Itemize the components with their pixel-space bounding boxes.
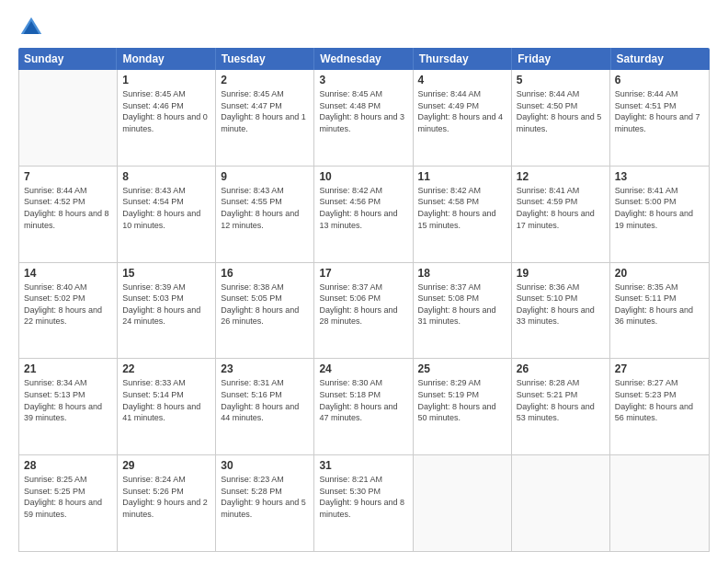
header-cell-tuesday: Tuesday <box>216 48 314 70</box>
day-number: 28 <box>24 459 112 472</box>
calendar-day-empty <box>512 455 610 551</box>
calendar-day-16: 16Sunrise: 8:38 AMSunset: 5:05 PMDayligh… <box>216 263 314 359</box>
day-number: 31 <box>319 459 407 472</box>
day-number: 18 <box>418 267 506 280</box>
calendar-week-1: 1Sunrise: 8:45 AMSunset: 4:46 PMDaylight… <box>19 70 709 167</box>
calendar-day-7: 7Sunrise: 8:44 AMSunset: 4:52 PMDaylight… <box>19 167 118 262</box>
calendar-day-19: 19Sunrise: 8:36 AMSunset: 5:10 PMDayligh… <box>512 263 610 359</box>
header-cell-saturday: Saturday <box>611 48 710 70</box>
day-info: Sunrise: 8:36 AMSunset: 5:10 PMDaylight:… <box>517 282 605 327</box>
day-info: Sunrise: 8:42 AMSunset: 4:56 PMDaylight:… <box>319 185 407 231</box>
day-number: 16 <box>221 267 309 280</box>
calendar-day-4: 4Sunrise: 8:44 AMSunset: 4:49 PMDaylight… <box>414 70 512 166</box>
calendar-day-23: 23Sunrise: 8:31 AMSunset: 5:16 PMDayligh… <box>216 359 314 454</box>
day-number: 26 <box>517 362 605 375</box>
day-info: Sunrise: 8:38 AMSunset: 5:05 PMDaylight:… <box>221 282 309 327</box>
day-info: Sunrise: 8:35 AMSunset: 5:11 PMDaylight:… <box>615 282 704 327</box>
calendar-day-empty <box>414 455 512 551</box>
calendar-day-26: 26Sunrise: 8:28 AMSunset: 5:21 PMDayligh… <box>512 359 610 454</box>
day-number: 27 <box>615 362 704 375</box>
calendar-day-17: 17Sunrise: 8:37 AMSunset: 5:06 PMDayligh… <box>314 263 413 359</box>
day-number: 23 <box>221 362 309 375</box>
day-number: 13 <box>615 170 704 183</box>
calendar-day-8: 8Sunrise: 8:43 AMSunset: 4:54 PMDaylight… <box>118 167 216 262</box>
calendar-day-9: 9Sunrise: 8:43 AMSunset: 4:55 PMDaylight… <box>216 167 314 262</box>
day-info: Sunrise: 8:34 AMSunset: 5:13 PMDaylight:… <box>24 377 112 423</box>
calendar-day-15: 15Sunrise: 8:39 AMSunset: 5:03 PMDayligh… <box>118 263 216 359</box>
calendar-day-10: 10Sunrise: 8:42 AMSunset: 4:56 PMDayligh… <box>314 167 413 262</box>
day-info: Sunrise: 8:37 AMSunset: 5:08 PMDaylight:… <box>418 282 506 327</box>
day-number: 21 <box>24 362 112 375</box>
calendar-day-empty <box>19 70 118 166</box>
day-number: 3 <box>319 74 407 86</box>
day-number: 12 <box>517 170 605 183</box>
calendar-day-30: 30Sunrise: 8:23 AMSunset: 5:28 PMDayligh… <box>216 455 314 551</box>
header-cell-wednesday: Wednesday <box>314 48 413 70</box>
calendar-week-2: 7Sunrise: 8:44 AMSunset: 4:52 PMDaylight… <box>19 167 709 263</box>
day-info: Sunrise: 8:43 AMSunset: 4:55 PMDaylight:… <box>221 185 309 231</box>
header-cell-monday: Monday <box>117 48 215 70</box>
header-cell-friday: Friday <box>512 48 610 70</box>
day-number: 10 <box>319 170 407 183</box>
day-info: Sunrise: 8:44 AMSunset: 4:49 PMDaylight:… <box>418 88 506 134</box>
day-info: Sunrise: 8:45 AMSunset: 4:47 PMDaylight:… <box>221 88 309 134</box>
calendar: SundayMondayTuesdayWednesdayThursdayFrid… <box>18 48 710 552</box>
calendar-day-13: 13Sunrise: 8:41 AMSunset: 5:00 PMDayligh… <box>610 167 709 262</box>
calendar-day-14: 14Sunrise: 8:40 AMSunset: 5:02 PMDayligh… <box>19 263 118 359</box>
day-info: Sunrise: 8:33 AMSunset: 5:14 PMDaylight:… <box>122 377 210 423</box>
day-info: Sunrise: 8:24 AMSunset: 5:26 PMDaylight:… <box>122 474 210 520</box>
day-number: 25 <box>418 362 506 375</box>
day-info: Sunrise: 8:29 AMSunset: 5:19 PMDaylight:… <box>418 377 506 423</box>
day-number: 11 <box>418 170 506 183</box>
calendar-day-6: 6Sunrise: 8:44 AMSunset: 4:51 PMDaylight… <box>610 70 709 166</box>
calendar-day-21: 21Sunrise: 8:34 AMSunset: 5:13 PMDayligh… <box>19 359 118 454</box>
calendar-header: SundayMondayTuesdayWednesdayThursdayFrid… <box>18 48 710 70</box>
calendar-day-25: 25Sunrise: 8:29 AMSunset: 5:19 PMDayligh… <box>414 359 512 454</box>
day-number: 6 <box>615 74 704 86</box>
day-number: 20 <box>615 267 704 280</box>
calendar-day-5: 5Sunrise: 8:44 AMSunset: 4:50 PMDaylight… <box>512 70 610 166</box>
calendar-day-20: 20Sunrise: 8:35 AMSunset: 5:11 PMDayligh… <box>610 263 709 359</box>
day-info: Sunrise: 8:39 AMSunset: 5:03 PMDaylight:… <box>122 282 210 327</box>
calendar-week-5: 28Sunrise: 8:25 AMSunset: 5:25 PMDayligh… <box>19 455 709 551</box>
calendar-day-12: 12Sunrise: 8:41 AMSunset: 4:59 PMDayligh… <box>512 167 610 262</box>
svg-rect-2 <box>28 29 35 34</box>
calendar-body: 1Sunrise: 8:45 AMSunset: 4:46 PMDaylight… <box>18 70 710 552</box>
day-number: 24 <box>319 362 407 375</box>
header <box>18 15 710 40</box>
day-info: Sunrise: 8:45 AMSunset: 4:48 PMDaylight:… <box>319 88 407 134</box>
day-number: 4 <box>418 74 506 86</box>
day-number: 22 <box>122 362 210 375</box>
day-info: Sunrise: 8:25 AMSunset: 5:25 PMDaylight:… <box>24 474 112 520</box>
day-number: 19 <box>517 267 605 280</box>
day-info: Sunrise: 8:23 AMSunset: 5:28 PMDaylight:… <box>221 474 309 520</box>
day-number: 15 <box>122 267 210 280</box>
day-number: 5 <box>517 74 605 86</box>
day-info: Sunrise: 8:43 AMSunset: 4:54 PMDaylight:… <box>122 185 210 231</box>
day-info: Sunrise: 8:30 AMSunset: 5:18 PMDaylight:… <box>319 377 407 423</box>
calendar-day-11: 11Sunrise: 8:42 AMSunset: 4:58 PMDayligh… <box>414 167 512 262</box>
calendar-day-2: 2Sunrise: 8:45 AMSunset: 4:47 PMDaylight… <box>216 70 314 166</box>
day-info: Sunrise: 8:21 AMSunset: 5:30 PMDaylight:… <box>319 474 407 520</box>
day-info: Sunrise: 8:44 AMSunset: 4:52 PMDaylight:… <box>24 185 112 231</box>
calendar-day-27: 27Sunrise: 8:27 AMSunset: 5:23 PMDayligh… <box>610 359 709 454</box>
day-info: Sunrise: 8:28 AMSunset: 5:21 PMDaylight:… <box>517 377 605 423</box>
logo <box>18 15 48 40</box>
day-info: Sunrise: 8:27 AMSunset: 5:23 PMDaylight:… <box>615 377 704 423</box>
day-number: 30 <box>221 459 309 472</box>
day-info: Sunrise: 8:31 AMSunset: 5:16 PMDaylight:… <box>221 377 309 423</box>
calendar-day-empty <box>610 455 709 551</box>
calendar-day-22: 22Sunrise: 8:33 AMSunset: 5:14 PMDayligh… <box>118 359 216 454</box>
calendar-day-3: 3Sunrise: 8:45 AMSunset: 4:48 PMDaylight… <box>314 70 413 166</box>
calendar-day-29: 29Sunrise: 8:24 AMSunset: 5:26 PMDayligh… <box>118 455 216 551</box>
day-info: Sunrise: 8:37 AMSunset: 5:06 PMDaylight:… <box>319 282 407 327</box>
calendar-day-24: 24Sunrise: 8:30 AMSunset: 5:18 PMDayligh… <box>314 359 413 454</box>
header-cell-sunday: Sunday <box>18 48 117 70</box>
day-info: Sunrise: 8:44 AMSunset: 4:51 PMDaylight:… <box>615 88 704 134</box>
day-number: 8 <box>122 170 210 183</box>
calendar-week-3: 14Sunrise: 8:40 AMSunset: 5:02 PMDayligh… <box>19 263 709 360</box>
day-number: 9 <box>221 170 309 183</box>
page: SundayMondayTuesdayWednesdayThursdayFrid… <box>0 0 728 563</box>
day-info: Sunrise: 8:45 AMSunset: 4:46 PMDaylight:… <box>122 88 210 134</box>
calendar-day-31: 31Sunrise: 8:21 AMSunset: 5:30 PMDayligh… <box>314 455 413 551</box>
